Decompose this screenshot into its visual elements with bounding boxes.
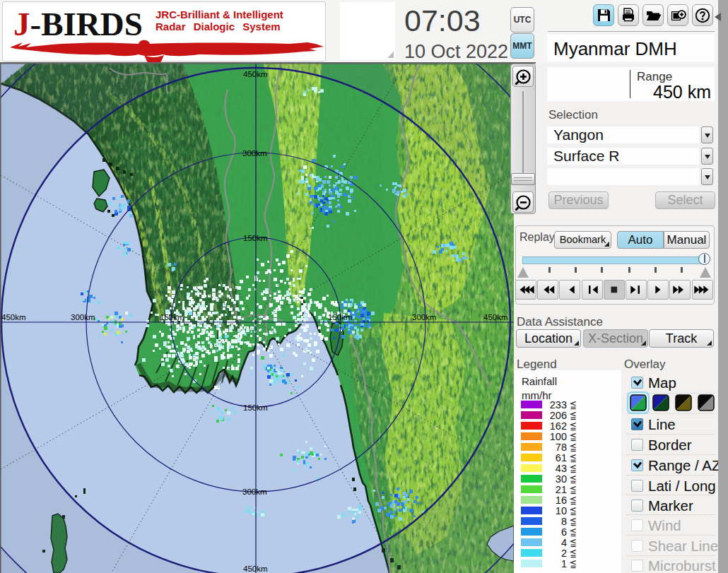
svg-text:450km: 450km [1,313,26,321]
svg-text:450km: 450km [243,70,268,78]
svg-text:150km: 150km [328,313,353,321]
svg-text:150km: 150km [160,313,184,321]
svg-text:450km: 450km [483,313,508,321]
svg-text:300km: 300km [242,488,267,496]
svg-text:150km: 150km [243,403,268,412]
svg-text:300km: 300km [412,313,437,321]
svg-text:300km: 300km [242,149,267,158]
svg-text:150km: 150km [243,234,268,242]
svg-text:300km: 300km [71,313,95,321]
svg-text:450km: 450km [243,565,268,573]
